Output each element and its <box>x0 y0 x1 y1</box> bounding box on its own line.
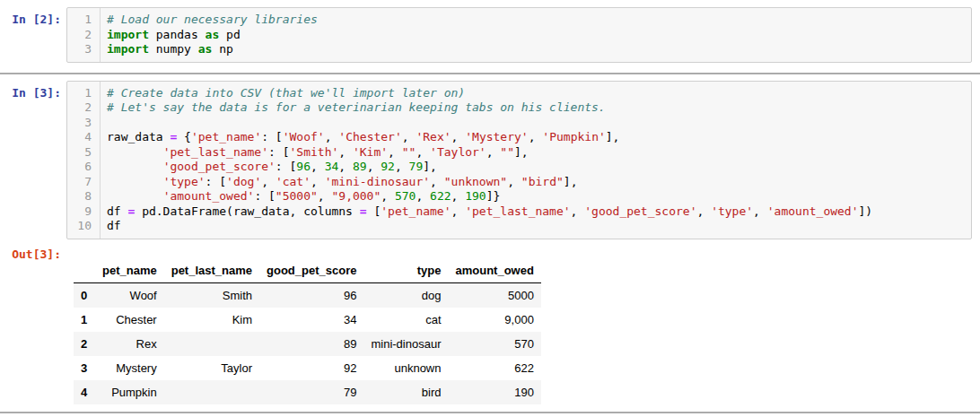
line-number: 6 <box>67 160 92 175</box>
row-index: 0 <box>74 282 95 308</box>
row-index: 2 <box>74 332 95 356</box>
column-header: good_pet_score <box>259 258 363 283</box>
line-number: 9 <box>67 204 92 220</box>
code-cell-1: In [2]: 123 # Load our necessary librari… <box>0 7 980 63</box>
table-cell: Smith <box>164 282 259 308</box>
table-cell: Chester <box>95 308 164 332</box>
table-cell: mini-dinosaur <box>363 332 448 356</box>
code-cell-2: In [3]: 12345678910 # Create data into C… <box>0 81 980 239</box>
line-number: 1 <box>67 13 92 28</box>
code-line: 'amount_owed': ["5000", "9,000", 570, 62… <box>107 189 872 204</box>
table-cell <box>164 332 259 356</box>
table-cell: 190 <box>449 380 541 404</box>
table-cell: 79 <box>259 380 363 404</box>
table-cell: Woof <box>95 282 164 308</box>
dataframe-row: 1ChesterKim34cat9,000 <box>74 308 541 332</box>
table-cell: 34 <box>259 308 363 332</box>
table-cell: 622 <box>449 356 541 380</box>
dataframe-row: 2Rex89mini-dinosaur570 <box>74 332 541 356</box>
output-area: Out[3]: pet_namepet_last_namegood_pet_sc… <box>0 248 980 404</box>
line-number: 1 <box>67 86 92 101</box>
table-cell <box>164 380 259 404</box>
table-cell: 92 <box>259 356 363 380</box>
input-prompt: In [2]: <box>0 7 66 28</box>
dataframe-row: 3MysteryTaylor92unknown622 <box>74 356 541 380</box>
line-number: 3 <box>67 42 92 57</box>
column-header: pet_last_name <box>164 258 259 283</box>
jupyter-notebook: In [2]: 123 # Load our necessary librari… <box>0 7 980 413</box>
dataframe-header-row: pet_namepet_last_namegood_pet_scoretypea… <box>74 258 541 283</box>
code-line: # Let's say the data is for a veterinari… <box>107 100 872 116</box>
code-line: 'type': ['dog', 'cat', 'mini-dinosaur', … <box>107 175 872 190</box>
code-lines: # Load our necessary librariesimport pan… <box>101 8 318 62</box>
line-number-gutter: 123 <box>67 8 101 62</box>
line-number: 5 <box>67 145 92 161</box>
code-line: df = pd.DataFrame(raw_data, columns = ['… <box>107 204 872 220</box>
table-cell: 570 <box>449 332 541 356</box>
code-line: raw_data = {'pet_name': ['Woof', 'Cheste… <box>107 130 872 145</box>
code-line: df <box>107 219 872 234</box>
output-content: pet_namepet_last_namegood_pet_scoretypea… <box>74 248 541 404</box>
table-cell: 9,000 <box>449 308 541 332</box>
column-header: pet_name <box>95 258 164 283</box>
table-cell: 89 <box>259 332 363 356</box>
code-line: # Create data into CSV (that we'll impor… <box>107 86 872 101</box>
code-line: 'good_pet_score': [96, 34, 89, 92, 79], <box>107 160 872 175</box>
row-index: 3 <box>74 356 95 380</box>
code-editor[interactable]: 12345678910 # Create data into CSV (that… <box>66 81 972 239</box>
code-line: import pandas as pd <box>107 28 318 43</box>
output-prompt: Out[3]: <box>0 248 66 263</box>
table-cell: bird <box>363 380 448 404</box>
code-line <box>107 116 872 131</box>
line-number: 10 <box>67 219 92 234</box>
line-number-gutter: 12345678910 <box>67 82 101 239</box>
line-number: 7 <box>67 175 92 190</box>
code-editor[interactable]: 123 # Load our necessary librariesimport… <box>66 7 972 63</box>
column-header: amount_owed <box>449 258 541 283</box>
code-line: import numpy as np <box>107 42 318 57</box>
code-line: # Load our necessary libraries <box>107 13 318 28</box>
dataframe-table: pet_namepet_last_namegood_pet_scoretypea… <box>74 258 541 404</box>
table-cell: 5000 <box>449 282 541 308</box>
row-index: 4 <box>74 380 95 404</box>
table-cell: Pumpkin <box>95 380 164 404</box>
line-number: 2 <box>67 28 92 43</box>
table-cell: unknown <box>363 356 448 380</box>
line-number: 8 <box>67 189 92 204</box>
dataframe-row: 4Pumpkin79bird190 <box>74 380 541 404</box>
column-header: type <box>363 258 448 283</box>
table-cell: cat <box>363 308 448 332</box>
table-cell: Rex <box>95 332 164 356</box>
cell-divider <box>0 73 980 74</box>
code-line: 'pet_last_name': ['Smith', 'Kim', "", 'T… <box>107 145 872 161</box>
corner-header <box>74 258 95 283</box>
table-cell: dog <box>363 282 448 308</box>
table-cell: Taylor <box>164 356 259 380</box>
line-number: 4 <box>67 130 92 145</box>
table-cell: Kim <box>164 308 259 332</box>
row-index: 1 <box>74 308 95 332</box>
code-lines: # Create data into CSV (that we'll impor… <box>101 82 872 239</box>
table-cell: 96 <box>259 282 363 308</box>
line-number: 2 <box>67 100 92 116</box>
input-prompt: In [3]: <box>0 81 66 101</box>
table-cell: Mystery <box>95 356 164 380</box>
cell-divider <box>0 412 980 413</box>
line-number: 3 <box>67 116 92 131</box>
dataframe-row: 0WoofSmith96dog5000 <box>74 282 541 308</box>
